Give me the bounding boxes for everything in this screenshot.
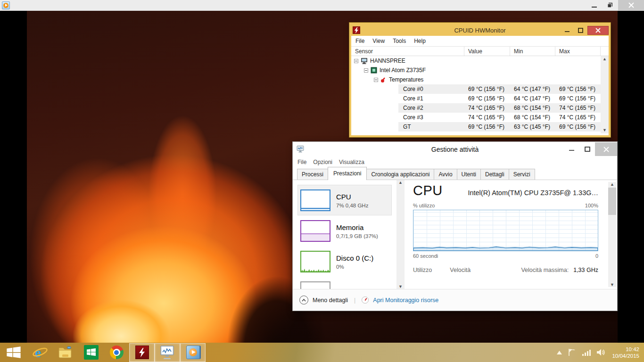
task-manager-maximize-button[interactable] <box>579 142 595 156</box>
collapse-details-label[interactable]: Meno dettagli <box>313 297 348 304</box>
col-value[interactable]: Value <box>464 47 510 56</box>
scroll-up-icon[interactable]: ▲ <box>610 182 614 187</box>
collapse-box-icon[interactable] <box>354 59 358 63</box>
menu-file[interactable]: File <box>355 38 364 44</box>
taskbar-item-hwmonitor[interactable] <box>129 343 155 362</box>
sensor-row[interactable]: Core #0 69 °C (156 °F) 64 °C (147 °F) 69… <box>351 84 601 94</box>
sensor-row[interactable]: Core #3 74 °C (165 °F) 68 °C (154 °F) 74… <box>351 113 601 122</box>
footer-separator: | <box>352 297 357 304</box>
sidebar-item-label: CPU <box>336 192 368 201</box>
taskbar-item-store[interactable] <box>78 343 104 362</box>
taskbar-item-file-explorer[interactable] <box>53 343 78 362</box>
sidebar-item-memoria[interactable]: Memoria 0,7/1,9 GB (37%) <box>297 215 392 246</box>
sensor-row[interactable]: GT 69 °C (156 °F) 63 °C (145 °F) 69 °C (… <box>351 122 601 132</box>
volume-icon[interactable] <box>597 349 606 356</box>
sensor-name: GT <box>351 123 464 130</box>
task-manager-menubar: File Opzioni Visualizza <box>293 156 617 167</box>
sidebar-item-sub: 0% <box>336 264 373 270</box>
scroll-down-icon[interactable]: ▼ <box>610 282 614 287</box>
menu-view[interactable]: View <box>372 38 385 44</box>
x-axis-right-label: 0 <box>595 253 598 259</box>
collapse-box-icon[interactable] <box>374 78 378 82</box>
tab-utenti[interactable]: Utenti <box>457 169 481 180</box>
chevron-up-icon <box>302 299 306 302</box>
windows-logo-icon <box>7 346 21 359</box>
menu-visualizza[interactable]: Visualizza <box>339 159 364 165</box>
hwmonitor-taskbar-icon <box>135 346 149 359</box>
hwmonitor-close-button[interactable] <box>587 26 609 35</box>
task-manager-titlebar[interactable]: Gestione attività <box>293 142 617 156</box>
taskbar-item-chrome[interactable] <box>104 343 129 362</box>
sensor-min: 68 °C (154 °F) <box>510 114 555 121</box>
tab-avvio[interactable]: Avvio <box>434 169 457 180</box>
sidebar-item-disco[interactable]: Disco 0 (C:) 0% <box>297 246 392 277</box>
show-hidden-icons[interactable] <box>557 351 562 354</box>
taskbar-item-media-player[interactable] <box>180 343 206 362</box>
taskbar: e <box>0 343 644 362</box>
scroll-down-icon[interactable]: ▼ <box>398 284 403 289</box>
panel-scrollbar[interactable]: ▲ ▼ <box>608 182 616 287</box>
hwmonitor-minimize-button[interactable] <box>560 26 574 35</box>
col-sensor[interactable]: Sensor <box>351 47 464 56</box>
menu-help[interactable]: Help <box>414 38 426 44</box>
hwmonitor-window[interactable]: CPUID HWMonitor File View Tools Help Sen… <box>349 23 611 137</box>
collapse-details-button[interactable] <box>299 296 308 304</box>
stat-velocita-label: Velocità <box>450 267 471 273</box>
hwmonitor-maximize-button[interactable] <box>574 26 587 35</box>
cpu-heading: CPU <box>413 183 443 198</box>
sensor-min: 63 °C (145 °F) <box>510 123 555 130</box>
col-min[interactable]: Min <box>510 47 555 56</box>
sidebar-scrollbar[interactable]: ▲ ▼ <box>396 180 405 289</box>
tree-row-computer[interactable]: HANNSPREE <box>351 56 601 66</box>
scroll-up-icon[interactable]: ▲ <box>398 180 403 185</box>
tree-row-cpu[interactable]: Intel Atom Z3735F <box>351 66 601 75</box>
tab-dettagli[interactable]: Dettagli <box>480 169 509 180</box>
scrollbar-thumb[interactable] <box>608 188 616 215</box>
restore-button[interactable] <box>602 0 618 10</box>
menu-tools[interactable]: Tools <box>393 38 406 44</box>
close-button[interactable] <box>618 0 644 10</box>
network-signal-icon[interactable] <box>582 349 591 356</box>
internet-explorer-icon: e <box>32 345 48 360</box>
menu-file[interactable]: File <box>297 159 306 165</box>
sensor-min: 68 °C (154 °F) <box>510 105 555 111</box>
task-manager-minimize-button[interactable] <box>564 142 579 156</box>
sensor-name: Core #3 <box>351 114 464 121</box>
sensor-table-header: Sensor Value Min Max <box>351 47 609 56</box>
sensor-row[interactable]: Core #1 69 °C (156 °F) 64 °C (147 °F) 69… <box>351 94 601 103</box>
minimize-icon <box>569 147 574 152</box>
tab-processi[interactable]: Processi <box>297 169 328 180</box>
sensor-row[interactable]: Core #2 74 °C (165 °F) 68 °C (154 °F) 74… <box>351 103 601 113</box>
tab-cronologia[interactable]: Cronologia applicazioni <box>366 169 434 180</box>
taskbar-item-task-manager[interactable] <box>155 343 180 362</box>
tree-row-temperatures[interactable]: Temperatures <box>351 75 601 84</box>
sensor-value: 74 °C (165 °F) <box>464 105 510 111</box>
task-manager-close-button[interactable] <box>595 142 617 156</box>
collapse-box-icon[interactable] <box>364 68 368 73</box>
task-manager-tabs: Processi Prestazioni Cronologia applicaz… <box>293 167 617 180</box>
taskbar-clock[interactable]: 10:42 10/04/2015 <box>612 346 639 359</box>
bluetooth-mini-chart <box>300 281 330 289</box>
hwmonitor-titlebar[interactable]: CPUID HWMonitor <box>351 25 609 36</box>
sensor-tree: HANNSPREE Intel Atom Z3735F Temperatures… <box>351 56 609 133</box>
sidebar-item-sub: 0,7/1,9 GB (37%) <box>336 233 378 239</box>
taskbar-item-internet-explorer[interactable]: e <box>27 343 53 362</box>
action-center-flag-icon[interactable] <box>568 349 576 356</box>
sidebar-item-cpu[interactable]: CPU 7% 0,48 GHz <box>297 185 392 215</box>
task-manager-window[interactable]: Gestione attività File Opzioni Visualizz… <box>292 141 618 311</box>
minimize-button[interactable] <box>586 0 602 10</box>
col-max[interactable]: Max <box>555 47 601 56</box>
scroll-up-icon[interactable]: ▲ <box>603 56 607 62</box>
open-resource-monitor-link[interactable]: Apri Monitoraggio risorse <box>373 297 438 304</box>
disk-activity-sparkline <box>301 252 330 272</box>
sidebar-item-bluetooth[interactable]: Bluetooth <box>297 277 392 289</box>
lightning-icon <box>139 348 145 357</box>
close-icon <box>603 147 609 152</box>
tab-prestazioni[interactable]: Prestazioni <box>328 167 367 180</box>
hwmonitor-scrollbar[interactable]: ▲ ▼ <box>601 56 609 133</box>
resource-monitor-icon <box>362 296 369 304</box>
scroll-down-icon[interactable]: ▼ <box>603 127 607 133</box>
tab-servizi[interactable]: Servizi <box>509 169 535 180</box>
start-button[interactable] <box>0 343 27 362</box>
menu-opzioni[interactable]: Opzioni <box>313 159 332 165</box>
